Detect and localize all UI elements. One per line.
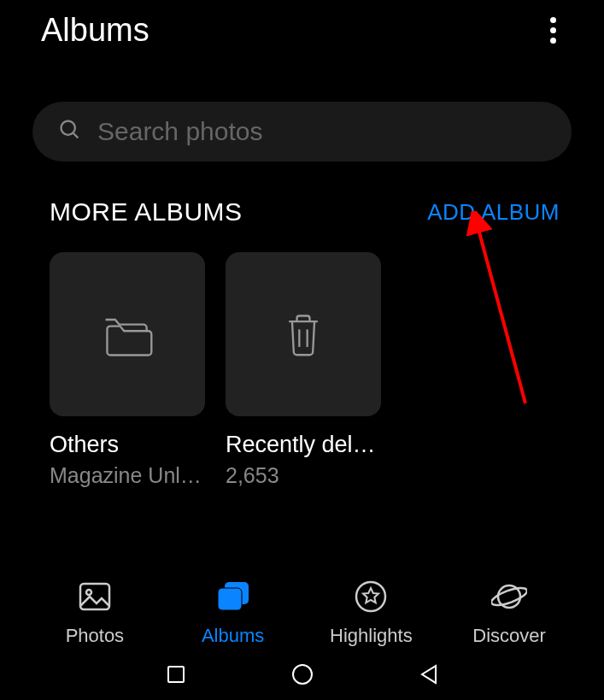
star-icon (353, 579, 389, 618)
svg-point-14 (293, 665, 312, 684)
album-others[interactable] (50, 252, 205, 416)
svg-rect-13 (168, 667, 184, 682)
system-recent-button[interactable] (164, 662, 188, 690)
nav-label: Photos (66, 625, 125, 647)
svg-rect-6 (80, 584, 109, 609)
page-title: Albums (41, 12, 150, 49)
dot-icon (550, 38, 556, 44)
svg-point-7 (86, 590, 91, 595)
section-title: MORE ALBUMS (50, 197, 243, 226)
tab-discover[interactable]: Discover (466, 579, 552, 647)
system-home-button[interactable] (290, 662, 314, 690)
svg-point-0 (62, 121, 75, 135)
search-input[interactable]: Search photos (32, 102, 572, 162)
album-subtitle: Magazine Unlo… (50, 463, 205, 488)
system-back-button[interactable] (417, 662, 441, 690)
trash-icon (275, 310, 331, 358)
more-options-button[interactable] (543, 10, 563, 50)
dot-icon (550, 27, 556, 33)
album-name: Others (50, 432, 205, 458)
albums-icon (215, 579, 251, 618)
search-icon (58, 118, 82, 145)
tab-photos[interactable]: Photos (52, 579, 138, 647)
nav-label: Discover (472, 625, 546, 647)
search-placeholder: Search photos (97, 117, 262, 146)
svg-rect-9 (218, 588, 242, 610)
tab-highlights[interactable]: Highlights (328, 579, 413, 647)
nav-label: Albums (202, 625, 264, 647)
album-subtitle: 2,653 (226, 463, 381, 488)
planet-icon (491, 579, 527, 618)
svg-point-12 (491, 585, 527, 609)
photo-icon (77, 579, 113, 618)
album-recently-deleted[interactable] (226, 252, 381, 416)
album-name: Recently del… (226, 432, 381, 458)
add-album-button[interactable]: ADD ALBUM (427, 199, 560, 226)
folder-icon (99, 310, 155, 358)
nav-label: Highlights (330, 625, 413, 647)
dot-icon (550, 17, 556, 23)
svg-line-1 (73, 133, 79, 138)
tab-albums[interactable]: Albums (191, 579, 276, 647)
